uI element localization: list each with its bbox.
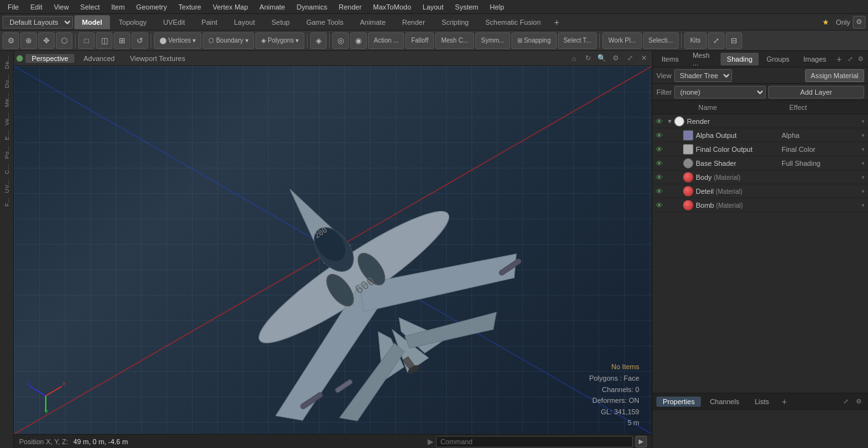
assign-material-button[interactable]: Assign Material bbox=[805, 69, 864, 82]
toolbar-collapse-btn[interactable]: ⊟ bbox=[726, 32, 742, 49]
add-layer-button[interactable]: Add Layer bbox=[768, 86, 864, 98]
menu-vertex-map[interactable]: Vertex Map bbox=[208, 2, 254, 12]
toolbar-move-btn[interactable]: ◫ bbox=[96, 32, 112, 49]
toolbar-symm-btn[interactable]: Symm... bbox=[475, 32, 510, 49]
right-tab-images[interactable]: Images bbox=[797, 53, 832, 65]
tree-arrow-deteil[interactable]: ▾ bbox=[858, 184, 868, 198]
bp-expand-btn[interactable]: ⤢ bbox=[840, 396, 851, 407]
tree-row-bomb[interactable]: 👁 Bomb (Material) ▾ bbox=[653, 198, 868, 212]
cmd-submit-button[interactable]: ▶ bbox=[635, 436, 647, 447]
tree-arrow-base-shader[interactable]: ▾ bbox=[858, 156, 868, 170]
tree-arrow-bomb[interactable]: ▾ bbox=[858, 198, 868, 212]
viewport-ctrl-settings[interactable]: ⚙ bbox=[610, 53, 621, 64]
layout-tab-animate[interactable]: Animate bbox=[352, 15, 393, 29]
tree-eye-body[interactable]: 👁 bbox=[653, 170, 665, 184]
tree-row-body[interactable]: 👁 Body (Material) ▾ bbox=[653, 170, 868, 184]
right-expand-btn[interactable]: ⤢ bbox=[846, 53, 855, 65]
tree-eye-final-color[interactable]: 👁 bbox=[653, 142, 665, 156]
viewport-tab-advanced[interactable]: Advanced bbox=[77, 54, 121, 63]
bp-add-tab[interactable]: + bbox=[778, 395, 790, 408]
layout-add-tab[interactable]: + bbox=[550, 15, 564, 29]
viewport-ctrl-expand[interactable]: ⤢ bbox=[624, 53, 635, 64]
layout-tab-topology[interactable]: Topology bbox=[111, 15, 154, 29]
toolbar-scale-btn[interactable]: ↺ bbox=[132, 32, 148, 49]
menu-select[interactable]: Select bbox=[75, 2, 105, 12]
tree-arrow-final-color[interactable]: ▾ bbox=[858, 142, 868, 156]
menu-render[interactable]: Render bbox=[334, 2, 367, 12]
filter-select[interactable]: (none) bbox=[674, 86, 765, 98]
menu-system[interactable]: System bbox=[450, 2, 484, 12]
menu-animate[interactable]: Animate bbox=[254, 2, 290, 12]
toolbar-vertices-btn[interactable]: ⬤ Vertices ▾ bbox=[154, 32, 201, 49]
menu-file[interactable]: File bbox=[3, 2, 24, 12]
menu-maxtomodo[interactable]: MaxToModo bbox=[368, 2, 416, 12]
toolbar-extra1-btn[interactable]: ◈ bbox=[310, 32, 327, 49]
layout-tab-layout[interactable]: Layout bbox=[226, 15, 262, 29]
menu-layout[interactable]: Layout bbox=[417, 2, 449, 12]
tree-arrow-body[interactable]: ▾ bbox=[858, 170, 868, 184]
toolbar-transform-btn[interactable]: ✥ bbox=[38, 32, 55, 49]
bp-tab-lists[interactable]: Lists bbox=[749, 397, 776, 407]
layout-dropdown[interactable]: Default Layouts bbox=[3, 16, 73, 29]
right-tab-shading[interactable]: Shading bbox=[721, 53, 759, 65]
tree-eye-bomb[interactable]: 👁 bbox=[653, 198, 665, 212]
toolbar-workplane-btn[interactable]: Work Pl... bbox=[602, 32, 641, 49]
viewport-ctrl-rotate[interactable]: ↻ bbox=[582, 53, 593, 64]
sidebar-item-uv[interactable]: UV... bbox=[3, 177, 11, 195]
toolbar-mesh-btn[interactable]: Mesh C... bbox=[435, 32, 474, 49]
menu-help[interactable]: Help bbox=[485, 2, 510, 12]
bp-tab-channels[interactable]: Channels bbox=[703, 397, 745, 407]
toolbar-polygons-btn[interactable]: ◈ Polygons ▾ bbox=[255, 32, 305, 49]
menu-item[interactable]: Item bbox=[106, 2, 130, 12]
tree-row-alpha-output[interactable]: 👁 Alpha Output Alpha ▾ bbox=[653, 128, 868, 142]
bp-tab-properties[interactable]: Properties bbox=[656, 397, 701, 407]
toolbar-select-btn[interactable]: □ bbox=[78, 32, 95, 49]
right-tab-mesh[interactable]: Mesh ... bbox=[686, 53, 719, 65]
toolbar-boundary-btn[interactable]: ⬡ Boundary ▾ bbox=[203, 32, 254, 49]
tree-arrow-render[interactable]: ▾ bbox=[858, 114, 868, 128]
star-icon[interactable]: ★ bbox=[818, 17, 833, 28]
tree-eye-render[interactable]: 👁 bbox=[653, 114, 665, 128]
tree-row-deteil[interactable]: 👁 Deteil (Material) ▾ bbox=[653, 184, 868, 198]
toolbar-polygon-btn[interactable]: ⬡ bbox=[56, 32, 72, 49]
viewport-tab-perspective[interactable]: Perspective bbox=[25, 54, 74, 63]
sidebar-item-c[interactable]: C... bbox=[3, 162, 11, 176]
toolbar-scene-btn[interactable]: ⚙ bbox=[3, 32, 19, 49]
tree-row-base-shader[interactable]: 👁 Base Shader Full Shading ▾ bbox=[653, 156, 868, 170]
tree-eye-alpha-output[interactable]: 👁 bbox=[653, 128, 665, 142]
right-tab-groups[interactable]: Groups bbox=[760, 53, 796, 65]
cmd-arrow-left[interactable]: ▶ bbox=[428, 437, 433, 446]
layout-tab-paint[interactable]: Paint bbox=[194, 15, 225, 29]
sidebar-item-ve[interactable]: Ve... bbox=[3, 111, 11, 128]
layout-tab-scripting[interactable]: Scripting bbox=[434, 15, 477, 29]
command-input[interactable] bbox=[436, 436, 633, 447]
menu-view[interactable]: View bbox=[49, 2, 74, 12]
sidebar-item-de[interactable]: De... bbox=[3, 53, 11, 71]
toolbar-selection-btn[interactable]: Selecti... bbox=[643, 32, 679, 49]
layout-tab-uvedit[interactable]: UVEdit bbox=[156, 15, 193, 29]
bp-settings-btn[interactable]: ⚙ bbox=[853, 396, 864, 407]
tree-row-render[interactable]: 👁 ▼ Render ▾ bbox=[653, 114, 868, 128]
toolbar-falloff-btn[interactable]: Falloff bbox=[405, 32, 434, 49]
tree-arrow-alpha-output[interactable]: ▾ bbox=[858, 128, 868, 142]
shader-view-select[interactable]: Shader Tree bbox=[674, 69, 732, 82]
viewport-ctrl-zoom[interactable]: 🔍 bbox=[596, 53, 607, 64]
menu-edit[interactable]: Edit bbox=[25, 2, 48, 12]
toolbar-select-tool-btn[interactable]: Select T... bbox=[558, 32, 597, 49]
menu-geometry[interactable]: Geometry bbox=[131, 2, 172, 12]
tree-row-final-color[interactable]: 👁 Final Color Output Final Color ▾ bbox=[653, 142, 868, 156]
sidebar-item-po[interactable]: Po... bbox=[3, 144, 11, 161]
toolbar-action-btn[interactable]: Action ... bbox=[368, 32, 404, 49]
toolbar-circle2-btn[interactable]: ◉ bbox=[350, 32, 367, 49]
right-settings-btn[interactable]: ⚙ bbox=[856, 53, 865, 65]
layout-tab-render[interactable]: Render bbox=[395, 15, 433, 29]
layout-settings-button[interactable]: ⚙ bbox=[853, 16, 865, 29]
toolbar-rotate-btn[interactable]: ⊞ bbox=[114, 32, 130, 49]
right-tab-items[interactable]: Items bbox=[655, 53, 685, 65]
sidebar-item-f[interactable]: F... bbox=[3, 196, 11, 208]
right-tab-add[interactable]: + bbox=[834, 53, 844, 65]
viewport-3d[interactable]: 600 200 X Z Y No Items Polygo bbox=[14, 66, 652, 434]
layout-tab-model[interactable]: Model bbox=[74, 15, 110, 29]
menu-texture[interactable]: Texture bbox=[173, 2, 207, 12]
toolbar-expand-btn[interactable]: ⤢ bbox=[708, 32, 724, 49]
